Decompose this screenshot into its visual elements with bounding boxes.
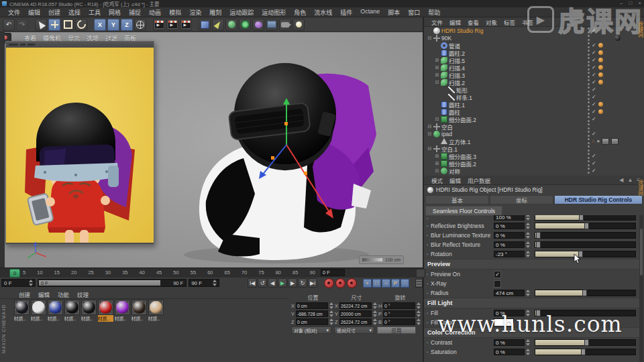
value-stepper-icon[interactable]: [525, 290, 530, 296]
material-item[interactable]: 材质..: [30, 300, 46, 322]
value-stepper-icon[interactable]: [525, 251, 530, 257]
visibility-dots-icon[interactable]: [588, 123, 590, 129]
current-frame-marker[interactable]: 0: [9, 269, 20, 278]
play-button[interactable]: ▶: [278, 278, 287, 288]
coordinate-input[interactable]: 0 cm: [296, 302, 328, 309]
material-tag-icon[interactable]: [598, 50, 603, 55]
material-menu-item[interactable]: 纹理: [73, 290, 93, 298]
loop-button[interactable]: ↻: [298, 278, 307, 288]
attribute-slider[interactable]: [535, 349, 636, 355]
material-tag-icon[interactable]: [598, 58, 603, 62]
material-menu-item[interactable]: 功能: [54, 290, 73, 298]
expand-toggle-icon[interactable]: ⊟: [427, 131, 433, 137]
expand-toggle-icon[interactable]: ⊟: [434, 80, 440, 85]
object-manager-menu-item[interactable]: 文件: [428, 18, 446, 26]
anim-dot-icon[interactable]: •: [427, 217, 431, 221]
main-menu-item[interactable]: 窗口: [404, 8, 424, 17]
value-stepper-icon[interactable]: [329, 302, 333, 309]
attribute-value-field[interactable]: -23 °: [494, 251, 525, 257]
delete-tag-icon[interactable]: ×: [596, 138, 600, 144]
value-stepper-icon[interactable]: [525, 215, 530, 221]
add-generator-button[interactable]: [225, 19, 237, 31]
material-item[interactable]: 材质..: [148, 300, 164, 322]
attribute-checkbox[interactable]: [494, 280, 501, 288]
value-stepper-icon[interactable]: [525, 241, 530, 248]
main-menu-item[interactable]: 角色: [290, 8, 310, 17]
main-menu-item[interactable]: 脚本: [384, 8, 404, 17]
coordinate-input[interactable]: 0 °: [383, 310, 415, 317]
value-stepper-icon[interactable]: [329, 318, 333, 325]
object-row[interactable]: ⊞扫描.5✓: [424, 56, 639, 64]
main-menu-item[interactable]: Octane: [356, 8, 384, 17]
rotate-tool-button[interactable]: [75, 19, 87, 31]
coordinate-input[interactable]: 0 °: [383, 302, 415, 309]
step-forward-button[interactable]: ▶: [288, 278, 297, 288]
enabled-check-icon[interactable]: ✓: [592, 168, 596, 174]
visibility-dots-icon[interactable]: [588, 64, 590, 70]
enabled-check-icon[interactable]: ✓: [592, 80, 596, 85]
visibility-dots-icon[interactable]: [588, 50, 590, 56]
visibility-dots-icon[interactable]: [588, 42, 590, 48]
value-stepper-icon[interactable]: [525, 339, 530, 346]
material-tag-icon[interactable]: [598, 109, 603, 114]
history-up-icon[interactable]: ▲: [627, 177, 633, 183]
enabled-check-icon[interactable]: ✓: [592, 65, 596, 70]
value-stepper-icon[interactable]: [372, 302, 377, 309]
goto-end-button[interactable]: ▶I: [308, 278, 317, 288]
object-row[interactable]: ⊟空白.1: [424, 145, 639, 152]
attribute-value-field[interactable]: 0 %: [494, 232, 525, 239]
value-stepper-icon[interactable]: [372, 310, 377, 317]
object-row[interactable]: ⊟细分曲面.2✓: [424, 115, 639, 123]
visibility-dots-icon[interactable]: [588, 86, 590, 93]
object-row[interactable]: ⊟ipad✓: [424, 130, 639, 137]
attribute-slider[interactable]: [535, 290, 636, 296]
record-parameter-toggle[interactable]: P: [391, 279, 400, 288]
attribute-slider[interactable]: [535, 223, 636, 229]
main-menu-item[interactable]: 捕捉: [125, 8, 145, 17]
material-tag-icon[interactable]: [598, 72, 603, 77]
material-tag-icon[interactable]: [598, 80, 603, 84]
timeline-ruler[interactable]: 0 51015202530354045505560657075808590 0 …: [0, 267, 423, 278]
record-scale-toggle[interactable]: □: [372, 279, 381, 288]
attribute-value-field[interactable]: 474 cm: [494, 290, 525, 296]
enabled-check-icon[interactable]: ✓: [592, 58, 596, 63]
record-rotation-toggle[interactable]: ○: [382, 279, 390, 288]
end-frame-input[interactable]: 90 F: [189, 279, 219, 287]
material-item[interactable]: 材质..: [13, 300, 30, 322]
enabled-check-icon[interactable]: ✓: [592, 72, 596, 78]
attribute-group-tab[interactable]: Seamless Floor Controls: [425, 206, 502, 216]
enabled-check-icon[interactable]: ✓: [592, 50, 596, 56]
visibility-dots-icon[interactable]: [588, 94, 590, 100]
main-menu-item[interactable]: 插件: [336, 8, 356, 17]
coordinate-input[interactable]: 26224.72 cm: [339, 302, 372, 309]
object-manager-menu-item[interactable]: 查看: [464, 18, 482, 26]
pen-tool-button[interactable]: [212, 19, 224, 31]
attribute-scrollbar[interactable]: [639, 215, 643, 362]
object-row[interactable]: ⊞扫描.4✓: [424, 64, 639, 71]
coordinate-input[interactable]: 26224.72 cm: [339, 318, 372, 325]
expand-toggle-icon[interactable]: ⊟: [434, 117, 440, 122]
render-view-button[interactable]: [153, 19, 165, 31]
record-position-toggle[interactable]: +: [363, 279, 372, 288]
material-menu-item[interactable]: 创建: [15, 290, 34, 298]
attribute-manager-menu-item[interactable]: 模式: [428, 176, 446, 184]
tab-坐标[interactable]: 坐标: [490, 195, 553, 204]
add-volume-button[interactable]: [252, 19, 264, 31]
reference-image-titlebar[interactable]: [6, 42, 154, 48]
attribute-slider[interactable]: [535, 241, 636, 248]
main-menu-item[interactable]: 流水线: [310, 8, 336, 17]
coordinate-input[interactable]: 0 cm: [296, 318, 328, 325]
selection-tag-icon[interactable]: ∴: [592, 139, 594, 144]
add-deformer-button[interactable]: [239, 19, 251, 31]
material-tag-icon[interactable]: [598, 65, 603, 70]
object-row[interactable]: ⊞细分曲面.2✓: [424, 160, 639, 167]
expand-toggle-icon[interactable]: ⊞: [434, 72, 440, 78]
object-row[interactable]: ⊟空白: [424, 123, 639, 130]
object-row[interactable]: 圆柱✓: [424, 108, 639, 115]
main-menu-item[interactable]: 文件: [4, 8, 24, 17]
visibility-dots-icon[interactable]: [588, 145, 590, 152]
object-manager-menu-item[interactable]: 标签: [500, 18, 519, 26]
expand-toggle-icon[interactable]: ⊞: [434, 65, 440, 70]
visibility-dots-icon[interactable]: [588, 79, 590, 85]
coordinate-size-dropdown[interactable]: 绝对尺寸▾: [334, 326, 374, 334]
